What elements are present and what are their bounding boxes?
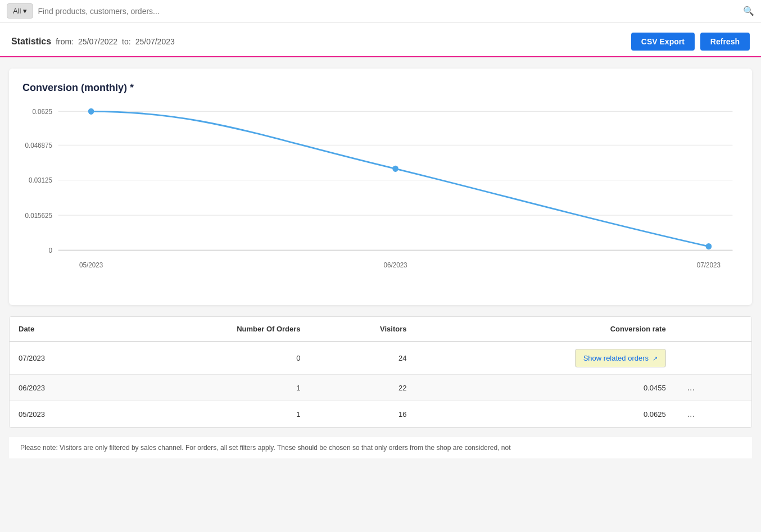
- search-icon-button[interactable]: 🔍: [743, 6, 754, 16]
- note-text: Please note: Visitors are only filtered …: [9, 437, 752, 458]
- toolbar: Statistics from: 25/07/2022 to: 25/07/20…: [0, 22, 761, 57]
- external-link-icon: ↗: [653, 355, 658, 362]
- search-icon: 🔍: [743, 6, 754, 16]
- y-label-03125: 0.03125: [29, 176, 52, 184]
- conversion-line: [91, 111, 709, 246]
- cell-date: 06/2023: [10, 375, 115, 401]
- line-chart-svg: 0.0625 0.046875 0.03125 0.015625 0 05/20…: [22, 105, 739, 296]
- y-label-0: 0: [49, 247, 53, 254]
- toolbar-right: CSV Export Refresh: [631, 33, 750, 51]
- y-label-0625: 0.0625: [32, 108, 52, 116]
- refresh-button[interactable]: Refresh: [700, 33, 750, 51]
- y-label-046875: 0.046875: [25, 142, 52, 149]
- col-date: Date: [10, 317, 115, 342]
- data-table: Date Number Of Orders Visitors Conversio…: [10, 317, 751, 428]
- cell-action-1: [675, 342, 751, 375]
- cell-visitors: 16: [310, 401, 416, 428]
- to-date: 25/07/2023: [135, 37, 175, 46]
- data-point-1: [392, 166, 398, 172]
- cell-orders: 1: [115, 401, 310, 428]
- data-point-0: [88, 108, 94, 115]
- chart-title: Conversion (monthly) *: [22, 82, 739, 94]
- table-row: 07/2023 0 24 Show related orders ↗: [10, 342, 751, 375]
- toolbar-left: Statistics from: 25/07/2022 to: 25/07/20…: [11, 37, 175, 47]
- show-related-orders-link[interactable]: Show related orders: [583, 354, 649, 362]
- statistics-title: Statistics: [11, 37, 51, 47]
- cell-orders: 0: [115, 342, 310, 375]
- search-input[interactable]: [38, 7, 739, 16]
- col-visitors: Visitors: [310, 317, 416, 342]
- search-bar: All ▾ 🔍: [0, 0, 761, 22]
- cell-action-3: ...: [675, 401, 751, 428]
- col-orders: Number Of Orders: [115, 317, 310, 342]
- search-all-button[interactable]: All ▾: [7, 3, 33, 19]
- cell-visitors: 22: [310, 375, 416, 401]
- cell-date: 05/2023: [10, 401, 115, 428]
- chart-card: Conversion (monthly) * 0.0625 0.046875 0…: [9, 69, 752, 305]
- x-label-052023: 05/2023: [79, 261, 103, 269]
- cell-conversion: 0.0625: [415, 401, 674, 428]
- data-point-2: [706, 243, 712, 249]
- x-label-062023: 06/2023: [383, 261, 407, 269]
- from-label: from:: [56, 37, 74, 46]
- col-actions: [675, 317, 751, 342]
- col-conversion: Conversion rate: [415, 317, 674, 342]
- x-label-072023: 07/2023: [697, 261, 721, 269]
- cell-conversion-popup: Show related orders ↗: [415, 342, 674, 375]
- row-action-button[interactable]: ...: [684, 381, 698, 394]
- row-action-button[interactable]: ...: [684, 408, 698, 420]
- cell-visitors: 24: [310, 342, 416, 375]
- cell-orders: 1: [115, 375, 310, 401]
- to-label: to:: [122, 37, 131, 46]
- csv-export-button[interactable]: CSV Export: [631, 33, 695, 51]
- cell-date: 07/2023: [10, 342, 115, 375]
- search-all-label: All: [13, 7, 21, 15]
- y-label-015625: 0.015625: [25, 211, 52, 219]
- table-row: 05/2023 1 16 0.0625 ...: [10, 401, 751, 428]
- chart-area: 0.0625 0.046875 0.03125 0.015625 0 05/20…: [22, 105, 739, 296]
- table-row: 06/2023 1 22 0.0455 ...: [10, 375, 751, 401]
- data-table-card: Date Number Of Orders Visitors Conversio…: [9, 316, 752, 428]
- cell-action-2: ...: [675, 375, 751, 401]
- chevron-down-icon: ▾: [23, 7, 27, 15]
- show-related-orders-popup[interactable]: Show related orders ↗: [575, 349, 666, 367]
- from-date: 25/07/2022: [78, 37, 117, 46]
- table-header-row: Date Number Of Orders Visitors Conversio…: [10, 317, 751, 342]
- cell-conversion: 0.0455: [415, 375, 674, 401]
